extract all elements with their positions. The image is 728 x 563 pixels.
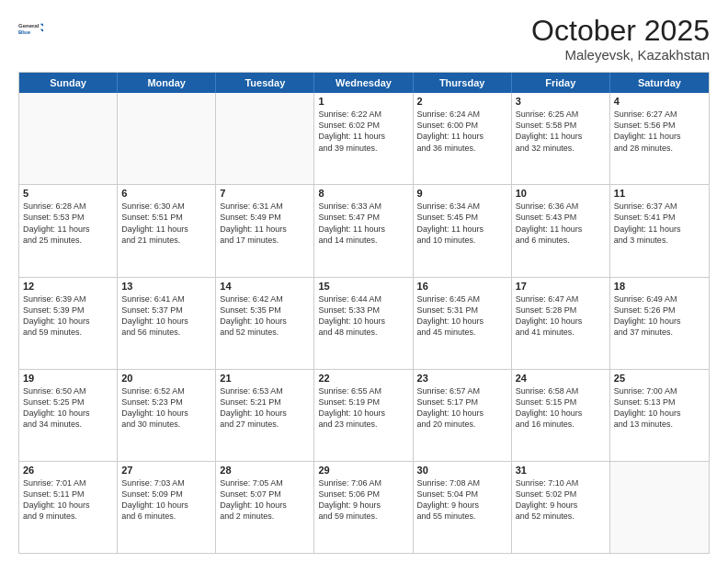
cell-info: Sunrise: 7:05 AMSunset: 5:07 PMDaylight:… — [220, 477, 310, 523]
day-number: 25 — [614, 373, 705, 384]
header-day-wednesday: Wednesday — [314, 73, 413, 93]
day-number: 12 — [23, 281, 113, 292]
calendar-cell: 4Sunrise: 6:27 AMSunset: 5:56 PMDaylight… — [610, 93, 709, 184]
day-number: 7 — [220, 188, 310, 199]
cell-info: Sunrise: 6:47 AMSunset: 5:28 PMDaylight:… — [516, 293, 606, 339]
calendar-cell: 18Sunrise: 6:49 AMSunset: 5:26 PMDayligh… — [610, 278, 709, 369]
day-number: 15 — [318, 281, 408, 292]
cell-info: Sunrise: 6:44 AMSunset: 5:33 PMDaylight:… — [318, 293, 408, 339]
cell-info: Sunrise: 7:01 AMSunset: 5:11 PMDaylight:… — [23, 477, 113, 523]
day-number: 16 — [417, 281, 507, 292]
cell-info: Sunrise: 6:37 AMSunset: 5:41 PMDaylight:… — [614, 201, 705, 246]
cell-info: Sunrise: 6:30 AMSunset: 5:51 PMDaylight:… — [121, 201, 211, 246]
day-number: 5 — [23, 188, 113, 199]
day-number: 13 — [121, 281, 211, 292]
header-day-friday: Friday — [512, 73, 610, 93]
cell-info: Sunrise: 6:58 AMSunset: 5:15 PMDaylight:… — [516, 385, 606, 431]
cell-info: Sunrise: 6:27 AMSunset: 5:56 PMDaylight:… — [614, 109, 705, 154]
day-number: 31 — [516, 465, 606, 476]
day-number: 6 — [121, 188, 211, 199]
day-number: 10 — [516, 188, 606, 199]
calendar-cell: 7Sunrise: 6:31 AMSunset: 5:49 PMDaylight… — [216, 185, 314, 276]
calendar-cell: 31Sunrise: 7:10 AMSunset: 5:02 PMDayligh… — [512, 462, 610, 553]
calendar-cell: 30Sunrise: 7:08 AMSunset: 5:04 PMDayligh… — [414, 462, 512, 553]
header-day-tuesday: Tuesday — [216, 73, 314, 93]
calendar-cell: 16Sunrise: 6:45 AMSunset: 5:31 PMDayligh… — [414, 278, 512, 369]
cell-info: Sunrise: 7:00 AMSunset: 5:13 PMDaylight:… — [614, 385, 705, 431]
cell-info: Sunrise: 6:33 AMSunset: 5:47 PMDaylight:… — [318, 201, 408, 246]
calendar-cell: 1Sunrise: 6:22 AMSunset: 6:02 PMDaylight… — [314, 93, 413, 184]
cell-info: Sunrise: 6:50 AMSunset: 5:25 PMDaylight:… — [23, 385, 113, 431]
day-number: 17 — [516, 281, 606, 292]
day-number: 4 — [614, 96, 705, 107]
day-number: 2 — [417, 96, 507, 107]
logo-icon: GeneralBlue — [18, 15, 46, 42]
calendar-cell: 13Sunrise: 6:41 AMSunset: 5:37 PMDayligh… — [118, 278, 216, 369]
calendar-cell: 24Sunrise: 6:58 AMSunset: 5:15 PMDayligh… — [512, 370, 610, 461]
cell-info: Sunrise: 6:45 AMSunset: 5:31 PMDaylight:… — [417, 293, 507, 339]
svg-marker-3 — [40, 29, 43, 32]
calendar-cell: 21Sunrise: 6:53 AMSunset: 5:21 PMDayligh… — [216, 370, 314, 461]
cell-info: Sunrise: 7:08 AMSunset: 5:04 PMDaylight:… — [417, 477, 507, 523]
calendar-cell: 23Sunrise: 6:57 AMSunset: 5:17 PMDayligh… — [414, 370, 512, 461]
calendar-week-2: 5Sunrise: 6:28 AMSunset: 5:53 PMDaylight… — [19, 184, 709, 276]
calendar-cell: 11Sunrise: 6:37 AMSunset: 5:41 PMDayligh… — [610, 185, 709, 276]
cell-info: Sunrise: 6:24 AMSunset: 6:00 PMDaylight:… — [417, 109, 507, 154]
calendar-week-4: 19Sunrise: 6:50 AMSunset: 5:25 PMDayligh… — [19, 369, 709, 461]
cell-info: Sunrise: 6:28 AMSunset: 5:53 PMDaylight:… — [23, 201, 113, 246]
cell-info: Sunrise: 6:22 AMSunset: 6:02 PMDaylight:… — [318, 109, 408, 154]
calendar-body: 1Sunrise: 6:22 AMSunset: 6:02 PMDaylight… — [19, 93, 709, 553]
calendar-cell: 5Sunrise: 6:28 AMSunset: 5:53 PMDaylight… — [19, 185, 118, 276]
calendar-cell: 10Sunrise: 6:36 AMSunset: 5:43 PMDayligh… — [512, 185, 610, 276]
calendar-cell: 28Sunrise: 7:05 AMSunset: 5:07 PMDayligh… — [216, 462, 314, 553]
cell-info: Sunrise: 6:49 AMSunset: 5:26 PMDaylight:… — [614, 293, 705, 339]
page: GeneralBlue October 2025 Maleyevsk, Kaza… — [0, 0, 728, 563]
cell-info: Sunrise: 6:31 AMSunset: 5:49 PMDaylight:… — [220, 201, 310, 246]
cell-info: Sunrise: 6:42 AMSunset: 5:35 PMDaylight:… — [220, 293, 310, 339]
header-day-monday: Monday — [118, 73, 216, 93]
cell-info: Sunrise: 6:39 AMSunset: 5:39 PMDaylight:… — [23, 293, 113, 339]
calendar-cell — [610, 462, 709, 553]
svg-text:General: General — [18, 23, 40, 29]
cell-info: Sunrise: 6:53 AMSunset: 5:21 PMDaylight:… — [220, 385, 310, 431]
location: Maleyevsk, Kazakhstan — [531, 47, 710, 63]
calendar-cell: 8Sunrise: 6:33 AMSunset: 5:47 PMDaylight… — [314, 185, 413, 276]
day-number: 28 — [220, 465, 310, 476]
day-number: 11 — [614, 188, 705, 199]
day-number: 14 — [220, 281, 310, 292]
calendar-cell: 2Sunrise: 6:24 AMSunset: 6:00 PMDaylight… — [414, 93, 512, 184]
header-day-saturday: Saturday — [610, 73, 709, 93]
cell-info: Sunrise: 6:36 AMSunset: 5:43 PMDaylight:… — [516, 201, 606, 246]
calendar-cell: 6Sunrise: 6:30 AMSunset: 5:51 PMDaylight… — [118, 185, 216, 276]
day-number: 8 — [318, 188, 408, 199]
cell-info: Sunrise: 6:41 AMSunset: 5:37 PMDaylight:… — [121, 293, 211, 339]
calendar-week-5: 26Sunrise: 7:01 AMSunset: 5:11 PMDayligh… — [19, 461, 709, 553]
day-number: 18 — [614, 281, 705, 292]
calendar-cell: 17Sunrise: 6:47 AMSunset: 5:28 PMDayligh… — [512, 278, 610, 369]
day-number: 30 — [417, 465, 507, 476]
calendar-cell: 27Sunrise: 7:03 AMSunset: 5:09 PMDayligh… — [118, 462, 216, 553]
day-number: 1 — [318, 96, 408, 107]
calendar: SundayMondayTuesdayWednesdayThursdayFrid… — [18, 72, 710, 554]
header-day-thursday: Thursday — [414, 73, 512, 93]
calendar-cell: 20Sunrise: 6:52 AMSunset: 5:23 PMDayligh… — [118, 370, 216, 461]
calendar-cell: 15Sunrise: 6:44 AMSunset: 5:33 PMDayligh… — [314, 278, 413, 369]
day-number: 23 — [417, 373, 507, 384]
day-number: 19 — [23, 373, 113, 384]
svg-marker-2 — [40, 24, 43, 27]
cell-info: Sunrise: 7:03 AMSunset: 5:09 PMDaylight:… — [121, 477, 211, 523]
calendar-week-3: 12Sunrise: 6:39 AMSunset: 5:39 PMDayligh… — [19, 277, 709, 369]
logo: GeneralBlue — [18, 15, 46, 42]
day-number: 22 — [318, 373, 408, 384]
calendar-cell — [19, 93, 118, 184]
calendar-cell: 29Sunrise: 7:06 AMSunset: 5:06 PMDayligh… — [314, 462, 413, 553]
calendar-cell — [118, 93, 216, 184]
calendar-cell: 25Sunrise: 7:00 AMSunset: 5:13 PMDayligh… — [610, 370, 709, 461]
calendar-header: SundayMondayTuesdayWednesdayThursdayFrid… — [19, 73, 709, 93]
day-number: 20 — [121, 373, 211, 384]
cell-info: Sunrise: 6:55 AMSunset: 5:19 PMDaylight:… — [318, 385, 408, 431]
header-day-sunday: Sunday — [19, 73, 118, 93]
calendar-cell: 26Sunrise: 7:01 AMSunset: 5:11 PMDayligh… — [19, 462, 118, 553]
cell-info: Sunrise: 7:06 AMSunset: 5:06 PMDaylight:… — [318, 477, 408, 523]
day-number: 26 — [23, 465, 113, 476]
